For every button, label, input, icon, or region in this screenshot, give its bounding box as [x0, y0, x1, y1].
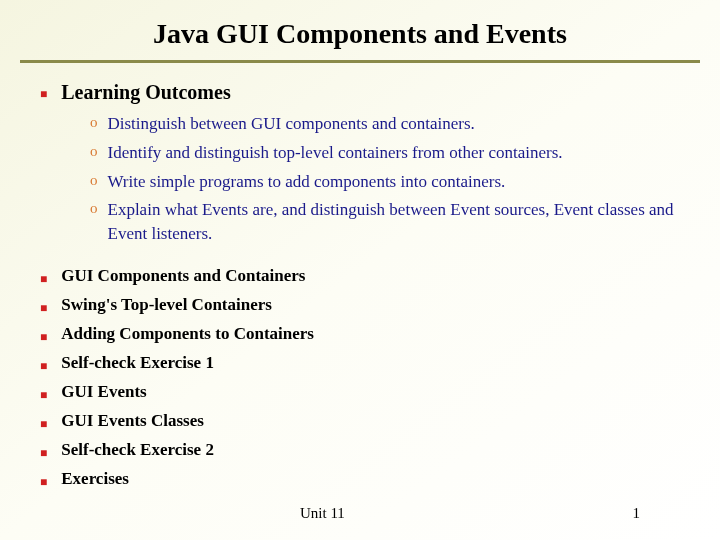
outcome-item: o Distinguish between GUI components and…	[90, 112, 680, 136]
topic-text: GUI Events	[61, 382, 146, 402]
topic-text: Self-check Exercise 2	[61, 440, 214, 460]
learning-outcomes-heading: ■ Learning Outcomes	[40, 81, 720, 104]
circle-bullet-icon: o	[90, 112, 98, 133]
outcome-text: Identify and distinguish top-level conta…	[108, 141, 563, 165]
square-bullet-icon: ■	[40, 418, 47, 430]
topic-text: GUI Events Classes	[61, 411, 204, 431]
circle-bullet-icon: o	[90, 170, 98, 191]
outcome-text: Write simple programs to add components …	[108, 170, 506, 194]
outcome-text: Distinguish between GUI components and c…	[108, 112, 475, 136]
divider	[20, 60, 700, 63]
outcomes-list: o Distinguish between GUI components and…	[90, 112, 680, 246]
square-bullet-icon: ■	[40, 447, 47, 459]
square-bullet-icon: ■	[40, 273, 47, 285]
topics-list: ■ GUI Components and Containers ■ Swing'…	[40, 266, 680, 489]
slide-title: Java GUI Components and Events	[0, 0, 720, 60]
topic-item: ■ Swing's Top-level Containers	[40, 295, 680, 315]
topic-item: ■ GUI Components and Containers	[40, 266, 680, 286]
footer-unit: Unit 11	[300, 505, 345, 522]
outcome-item: o Identify and distinguish top-level con…	[90, 141, 680, 165]
topic-item: ■ GUI Events Classes	[40, 411, 680, 431]
square-bullet-icon: ■	[40, 302, 47, 314]
slide-footer: Unit 11 1	[0, 505, 720, 522]
square-bullet-icon: ■	[40, 88, 47, 100]
topic-item: ■ Adding Components to Containers	[40, 324, 680, 344]
topic-text: GUI Components and Containers	[61, 266, 305, 286]
topic-item: ■ GUI Events	[40, 382, 680, 402]
outcome-item: o Write simple programs to add component…	[90, 170, 680, 194]
square-bullet-icon: ■	[40, 476, 47, 488]
footer-page: 1	[633, 505, 641, 522]
topic-item: ■ Exercises	[40, 469, 680, 489]
topic-item: ■ Self-check Exercise 2	[40, 440, 680, 460]
topic-text: Swing's Top-level Containers	[61, 295, 272, 315]
square-bullet-icon: ■	[40, 360, 47, 372]
topic-text: Self-check Exercise 1	[61, 353, 214, 373]
outcome-text: Explain what Events are, and distinguish…	[108, 198, 681, 246]
square-bullet-icon: ■	[40, 389, 47, 401]
heading-text: Learning Outcomes	[61, 81, 230, 104]
topic-text: Adding Components to Containers	[61, 324, 314, 344]
square-bullet-icon: ■	[40, 331, 47, 343]
topic-item: ■ Self-check Exercise 1	[40, 353, 680, 373]
topic-text: Exercises	[61, 469, 129, 489]
circle-bullet-icon: o	[90, 198, 98, 219]
outcome-item: o Explain what Events are, and distingui…	[90, 198, 680, 246]
circle-bullet-icon: o	[90, 141, 98, 162]
